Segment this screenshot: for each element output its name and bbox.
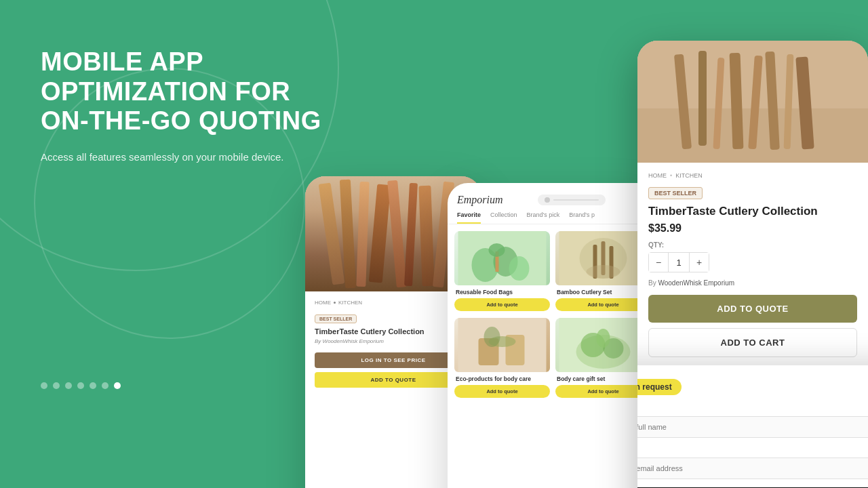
tab-favorite[interactable]: Favorite [457,211,481,224]
page-title: MOBILE APP OPTIMIZATION FOR ON-THE-GO QU… [41,47,326,136]
dot-6[interactable] [102,382,108,389]
product-title-1: Reusable Food Bags [456,289,549,296]
dot-2[interactable] [53,382,60,389]
phone-middle: Emporium ⊟ Favorite Collection Brand's p… [448,183,658,488]
utensil-7 [418,186,434,287]
product-card-4: Body care gift set Add to quote [555,318,651,399]
add-to-quote-card-2[interactable]: Add to quote [555,298,651,311]
product-title-right: TimberTaste Cutlery Collection [648,205,857,218]
email-field-label: Email [637,446,868,454]
svg-point-11 [587,265,620,279]
svg-point-3 [509,256,530,281]
add-to-quote-button[interactable]: ADD TO QUOTE [648,295,857,323]
search-bar[interactable] [538,195,606,205]
qty-increment-button[interactable]: + [690,253,709,272]
name-input[interactable] [637,416,868,438]
svg-point-5 [489,243,505,257]
add-to-quote-card-1[interactable]: Add to quote [454,298,550,311]
eco-body-svg [454,318,550,372]
qty-controls: − 1 + [648,252,709,272]
product-card-2: Bamboo Cutlery Set Add to quote [555,231,651,312]
product-price: $35.99 [648,222,857,235]
tab-brands-pick[interactable]: Brand's pick [527,211,560,224]
best-seller-badge-right: BEST SELLER [648,187,703,199]
add-to-quote-card-3[interactable]: Add to quote [454,385,550,398]
product-card-1: Reusable Food Bags Add to quote [454,231,550,312]
vendor-right: By WoodenWhisk Emporium [648,279,857,287]
svg-point-21 [597,329,610,348]
breadcrumb-separator [334,302,336,304]
svg-point-16 [484,327,500,347]
logo: Emporium [457,194,503,206]
dot-4[interactable] [77,382,84,389]
name-field-label: Name [637,405,868,413]
pagination [41,382,326,389]
phone-right-product-image [637,41,868,163]
phone-right-body: HOME • KITCHEN BEST SELLER TimberTaste C… [637,163,868,367]
eco-body-image [454,318,550,372]
product-image-right [637,41,868,163]
product-title-3: Eco-products for body care [456,375,549,382]
bamboo-svg [555,231,651,285]
form-request-popup: Form request Name Email SUBMIT REQUEST [637,365,868,488]
food-bags-svg [454,231,550,285]
body-care-image [555,318,651,372]
phones-section: HOME KITCHEN BEST SELLER TimberTaste Cut… [326,41,827,488]
dot-3[interactable] [65,382,72,389]
form-request-title: Form request [637,379,682,395]
add-to-cart-button[interactable]: ADD TO CART [648,328,857,357]
dot-1[interactable] [41,382,47,389]
utensil-6 [404,183,418,286]
food-bags-image [454,231,550,285]
search-circle [545,197,550,203]
product-image-4 [555,318,651,372]
product-title-4: Body care gift set [557,375,650,382]
product-image-3 [454,318,550,372]
breadcrumb-right: HOME • KITCHEN [648,172,857,179]
qty-label: QTY: [648,241,857,249]
dot-5[interactable] [90,382,96,389]
tabs-nav: Favorite Collection Brand's pick Brand's… [448,211,658,224]
dot-7-active[interactable] [114,382,121,389]
product-image-1 [454,231,550,285]
quantity-section: QTY: − 1 + [648,241,857,272]
best-seller-badge-small: BEST SELLER [315,314,357,323]
qty-decrement-button[interactable]: − [649,253,668,272]
tab-collection[interactable]: Collection [490,211,517,224]
utensil-3 [356,182,369,287]
tab-brands-p[interactable]: Brand's p [569,211,595,224]
bamboo-image [555,231,651,285]
utensil-4 [369,184,391,283]
phone-right: HOME • KITCHEN BEST SELLER TimberTaste C… [637,41,868,488]
hero-section: MOBILE APP OPTIMIZATION FOR ON-THE-GO QU… [41,41,326,389]
search-line [553,199,599,201]
product-title-2: Bamboo Cutlery Set [557,289,650,296]
product-image-2 [555,231,651,285]
add-to-quote-card-4[interactable]: Add to quote [555,385,651,398]
products-grid: Reusable Food Bags Add to quote [448,231,658,399]
utensil-5 [387,180,407,288]
qty-value: 1 [668,253,690,272]
email-input[interactable] [637,458,868,479]
body-care-svg [555,318,651,372]
svg-rect-32 [637,41,868,163]
product-card-3: Eco-products for body care Add to quote [454,318,550,399]
phone-middle-header: Emporium ⊟ [448,183,658,211]
page-subtitle: Access all features seamlessly on your m… [41,150,326,165]
